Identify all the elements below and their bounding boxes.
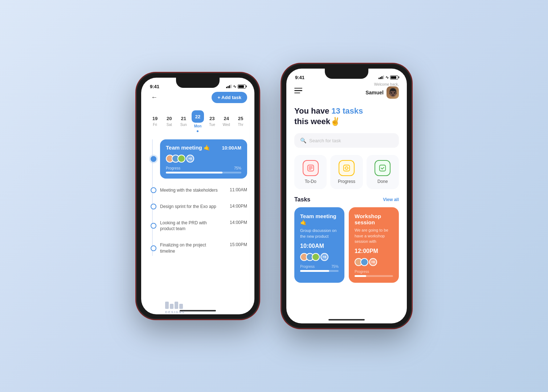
task-row-1[interactable]: Meeting with the stakeholders 11:00AM bbox=[160, 186, 247, 195]
task-avatars: +8 bbox=[166, 155, 241, 163]
timeline-dot-4 bbox=[151, 245, 156, 251]
cal-day-num: 21 bbox=[181, 116, 186, 121]
right-phone-screen: 9:41 ∿ Wel bbox=[286, 69, 407, 323]
notch-left bbox=[176, 78, 220, 88]
cal-day-name: Thr bbox=[238, 123, 243, 127]
cal-day-num: 19 bbox=[152, 116, 158, 121]
svg-rect-1 bbox=[344, 165, 350, 171]
search-bar[interactable]: 🔍 Search for task bbox=[294, 133, 399, 148]
welcome-row: Samuel 👨🏿 bbox=[365, 86, 399, 99]
avatar-3 bbox=[177, 155, 185, 163]
progress-icon-box bbox=[339, 160, 355, 176]
cal-day-name: Fri bbox=[153, 123, 157, 127]
task-avatars-blue: +8 bbox=[300, 253, 339, 261]
todo-icon-box bbox=[303, 160, 319, 176]
task-row-title: Looking at the PRD with product team bbox=[160, 220, 218, 232]
todo-label: To-Do bbox=[305, 179, 316, 184]
cal-day-fri[interactable]: 19 Fri bbox=[148, 116, 161, 127]
left-phone: 9:41 ∿ ← + Add task bbox=[136, 73, 259, 319]
tasks-section-header: Tasks View all bbox=[294, 196, 399, 203]
timeline: Team meeting 🤙 10:00AM +8 Progress bbox=[148, 139, 247, 256]
cal-day-sun[interactable]: 21 Sun bbox=[177, 116, 190, 127]
timeline-dot-1 bbox=[151, 187, 156, 193]
timeline-item-3: Looking at the PRD with product team 14:… bbox=[160, 219, 247, 234]
task-card-title: Team meeting 🤙 bbox=[166, 144, 210, 151]
progress-bar-fill bbox=[166, 172, 222, 173]
user-name: Samuel bbox=[365, 90, 384, 95]
progress-bar-bg bbox=[166, 172, 241, 173]
wifi-icon-right: ∿ bbox=[385, 75, 389, 80]
status-time-left: 9:41 bbox=[150, 84, 159, 89]
cal-dot bbox=[197, 130, 199, 132]
category-todo[interactable]: To-Do bbox=[294, 155, 327, 189]
notch-right bbox=[325, 69, 368, 79]
right-phone: 9:41 ∿ Wel bbox=[281, 64, 412, 328]
cal-day-num: 25 bbox=[238, 116, 243, 121]
battery-icon bbox=[238, 85, 246, 89]
task-card-orange[interactable]: Workshop session We are going to be have… bbox=[349, 207, 399, 283]
calendar-strip: 19 Fri 20 Sat 21 Sun 22 Mon bbox=[148, 110, 247, 132]
status-icons-left: ∿ bbox=[226, 84, 246, 89]
task-row-time: 14:00PM bbox=[230, 220, 247, 225]
task-row-4[interactable]: Finalizing on the project timeline 15:00… bbox=[160, 241, 247, 256]
cal-day-num: 20 bbox=[167, 116, 172, 121]
cal-day-name: Sun bbox=[180, 123, 187, 127]
timeline-item-2: Design sprint for the Exo app 14:00PM bbox=[160, 202, 247, 211]
search-icon: 🔍 bbox=[300, 138, 306, 143]
task-row-time: 11:00AM bbox=[230, 187, 247, 192]
done-icon-box bbox=[375, 160, 390, 176]
svg-rect-3 bbox=[380, 165, 386, 171]
right-content: Welcome back, Samuel 👨🏿 You have 13 task… bbox=[286, 82, 407, 283]
avatar-b-plus: +8 bbox=[320, 253, 328, 261]
cal-day-mon-active[interactable]: 22 Mon bbox=[191, 110, 204, 132]
timeline-item-1: Meeting with the stakeholders 11:00AM bbox=[160, 186, 247, 195]
progress-bar-fill-blue bbox=[300, 270, 329, 272]
progress-section: Progress 75% bbox=[166, 166, 241, 170]
wifi-icon: ∿ bbox=[233, 84, 236, 89]
task-row-title: Meeting with the stakeholders bbox=[160, 187, 218, 193]
avatar-o2 bbox=[360, 258, 368, 266]
cal-day-wed[interactable]: 24 Wed bbox=[220, 116, 233, 127]
watermark: DESIGNS bbox=[165, 302, 185, 314]
task-row-2[interactable]: Design sprint for the Exo app 14:00PM bbox=[160, 202, 247, 211]
task-card-blue[interactable]: Team meeting 🤙 Group discussion on the n… bbox=[294, 207, 344, 283]
add-task-button[interactable]: + Add task bbox=[212, 92, 247, 103]
cal-day-sat[interactable]: 20 Sat bbox=[163, 116, 176, 127]
progress-bar-bg-orange bbox=[355, 275, 393, 277]
task-card-full-desc: Group discussion on the new product bbox=[300, 228, 339, 239]
cal-day-num-active: 22 bbox=[192, 110, 204, 123]
category-progress[interactable]: Progress bbox=[330, 155, 363, 189]
right-header: Welcome back, Samuel 👨🏿 bbox=[294, 82, 399, 99]
phones-container: 9:41 ∿ ← + Add task bbox=[136, 64, 412, 328]
cal-day-thr[interactable]: 25 Thr bbox=[234, 116, 247, 127]
watermark-text: DESIGNS bbox=[165, 310, 185, 314]
category-done[interactable]: Done bbox=[367, 155, 399, 189]
home-indicator-left bbox=[180, 310, 216, 311]
team-meeting-card[interactable]: Team meeting 🤙 10:00AM +8 Progress bbox=[160, 139, 247, 179]
battery-icon-right bbox=[390, 75, 398, 79]
status-icons-right: ∿ bbox=[379, 75, 398, 80]
left-header: ← + Add task bbox=[148, 91, 247, 103]
view-all-link[interactable]: View all bbox=[383, 197, 399, 202]
progress-label: Progress bbox=[338, 179, 355, 184]
hamburger-menu[interactable] bbox=[294, 88, 302, 94]
timeline-dot-active bbox=[151, 156, 156, 162]
status-time-right: 9:41 bbox=[295, 75, 304, 80]
cal-day-tue[interactable]: 23 Tue bbox=[205, 116, 218, 127]
welcome-text: Welcome back, bbox=[374, 82, 399, 86]
task-row-3[interactable]: Looking at the PRD with product team 14:… bbox=[160, 219, 247, 234]
user-avatar-emoji: 👨🏿 bbox=[388, 88, 398, 97]
task-row-title: Design sprint for the Exo app bbox=[160, 204, 216, 210]
avatar-b3 bbox=[312, 253, 320, 261]
back-button[interactable]: ← bbox=[148, 91, 160, 103]
avatar-plus: +8 bbox=[186, 155, 194, 163]
timeline-dot-2 bbox=[151, 204, 156, 209]
cal-day-name: Tue bbox=[209, 123, 215, 127]
tasks-cards-row: Team meeting 🤙 Group discussion on the n… bbox=[294, 207, 399, 283]
headline: You have 13 tasksthis week✌️ bbox=[294, 106, 399, 127]
timeline-dot-3 bbox=[151, 223, 156, 229]
tasks-section-title: Tasks bbox=[294, 196, 310, 203]
headline-static: You have bbox=[294, 106, 331, 115]
left-content: ← + Add task 19 Fri 20 Sat 21 Sun bbox=[141, 91, 254, 256]
task-avatars-orange: +8 bbox=[355, 258, 393, 266]
